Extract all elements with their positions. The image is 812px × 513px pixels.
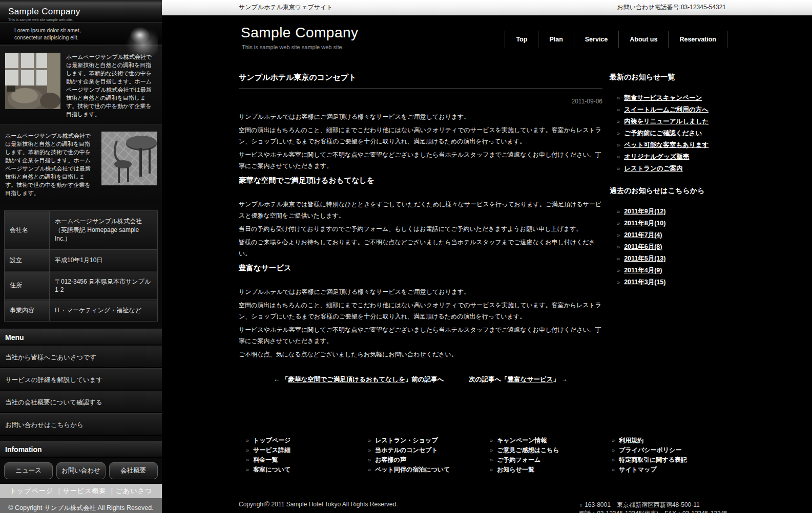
list-item: »2011年4月(9) bbox=[617, 267, 727, 274]
archive-link[interactable]: 2011年4月(9) bbox=[624, 267, 662, 274]
list-item: »特定商取引に関する表記 bbox=[612, 457, 726, 463]
footer-link[interactable]: サービス詳細 bbox=[253, 446, 290, 454]
footer: »トップページ »サービス詳細 »料金一覧 »客室について »レストラン・ショッ… bbox=[239, 437, 727, 513]
arrow-right-icon: » bbox=[490, 466, 493, 473]
news-link[interactable]: ご予約前にご確認ください bbox=[624, 130, 702, 137]
footer-link[interactable]: 特定商取引に関する表記 bbox=[619, 456, 687, 463]
archive-link[interactable]: 2011年9月(12) bbox=[624, 208, 665, 215]
section-heading-hospitality: 豪華な空間でご満足頂けるおもてなしを bbox=[239, 176, 602, 185]
sidebar-about-block-2: ホームページサンプル株式会社では最新技術と自然との調和を目指します。革新的な技術… bbox=[0, 124, 162, 203]
footer-link[interactable]: 当ホテルのコンセプト bbox=[375, 446, 438, 454]
article-paragraph: 当日の予約も受け付けておりますのでご予約フォーム、もしくはお電話にてご予約いただ… bbox=[239, 223, 602, 234]
footer-link[interactable]: ご意見ご感想はこちら bbox=[497, 446, 559, 454]
news-link[interactable]: 内装をリニューアルしました bbox=[624, 118, 709, 125]
footer-link[interactable]: キャンペーン情報 bbox=[497, 437, 547, 444]
next-arrow-icon: → bbox=[561, 376, 568, 383]
footer-link[interactable]: 客室について bbox=[253, 466, 290, 473]
contact-button[interactable]: お問い合わせ bbox=[56, 462, 105, 479]
list-item: »サービス詳細 bbox=[246, 447, 361, 453]
arrow-right-icon: » bbox=[617, 267, 620, 273]
sidebar-logo[interactable]: Sample Company This is sample web site s… bbox=[0, 0, 162, 22]
main-nav: Top Plan Service About us Reservation bbox=[505, 31, 727, 48]
news-link[interactable]: レストランのご案内 bbox=[624, 165, 683, 172]
list-item: »ご予約フォーム bbox=[490, 457, 605, 463]
article-paragraph: サービスやホテル客室に関してご不明な点やご要望などございましたら当ホテルスタッフ… bbox=[239, 149, 602, 172]
prev-bracket: 「 bbox=[282, 376, 288, 383]
site-tagline: This is sample web site sample web site. bbox=[242, 44, 344, 50]
news-link[interactable]: ペット可能な客室もあります bbox=[624, 141, 709, 148]
page-title: サンプルホテル東京のコンセプト bbox=[239, 73, 602, 82]
arrow-right-icon: » bbox=[612, 447, 615, 453]
company-name-value: ホームページサンプル株式会社 （英語表記 Homepage sample Inc… bbox=[50, 211, 158, 250]
list-item: »スイートルームご利用の方へ bbox=[617, 106, 727, 113]
footer-tel-fax: 電話：03-12345-12345(代表) FAX：03-12345-12345 bbox=[578, 509, 727, 513]
footer-copyright: Copyright© 2011 Sample Hotel Tokyo All R… bbox=[239, 501, 398, 513]
footer-bottom: Copyright© 2011 Sample Hotel Tokyo All R… bbox=[239, 501, 727, 513]
list-item: »お客様の声 bbox=[368, 457, 483, 463]
patio-table-photo bbox=[101, 132, 157, 185]
company-overview-button[interactable]: 会社概要 bbox=[109, 462, 158, 479]
list-item: »ペット同伴の宿泊について bbox=[368, 466, 483, 473]
nav-service[interactable]: Service bbox=[574, 31, 618, 48]
site-title[interactable]: Sample Company bbox=[241, 25, 359, 41]
next-article-link[interactable]: 豊富なサービス bbox=[508, 376, 553, 383]
footer-link[interactable]: サイトマップ bbox=[619, 466, 657, 473]
footer-link[interactable]: トップページ bbox=[253, 437, 290, 444]
prev-article-link[interactable]: 豪華な空間でご満足頂けるおもてなしを bbox=[288, 376, 405, 383]
list-item: »トップページ bbox=[246, 437, 361, 443]
sidebar-copyright: © Copyright サンプル株式会社 All Rights Reseved. bbox=[0, 498, 162, 513]
list-item: »当ホテルのコンセプト bbox=[368, 447, 483, 453]
footer-link[interactable]: ペット同伴の宿泊について bbox=[375, 466, 450, 473]
footer-link[interactable]: レストラン・ショップ bbox=[375, 437, 438, 444]
article-paragraph: サンプルホテル東京では皆様に特別なひとときをすごしていただくために様々なサービス… bbox=[239, 199, 602, 221]
article-paragraph: 空間の演出はもちろんのこと、細部にまでこだわり他にはない高いクオリティでのサービ… bbox=[239, 300, 602, 322]
archive-link[interactable]: 2011年3月(15) bbox=[624, 279, 665, 286]
table-row: 事業内容 IT・マーケティング・福祉など bbox=[5, 300, 158, 322]
archive-link[interactable]: 2011年7月(4) bbox=[624, 231, 662, 239]
company-founded-value: 平成10年1月10日 bbox=[50, 250, 158, 271]
footer-link[interactable]: お知らせ一覧 bbox=[497, 466, 534, 473]
site-header: Sample Company This is sample web site s… bbox=[162, 15, 812, 62]
arrow-right-icon: » bbox=[490, 447, 493, 453]
sidebar-bottom-nav[interactable]: トップページ ｜サービス概要 ｜ごあいさつ bbox=[0, 484, 162, 498]
sidebar-item-service[interactable]: サービスの詳細を解説しています bbox=[0, 368, 162, 391]
footer-column-2: »レストラン・ショップ »当ホテルのコンセプト »お客様の声 »ペット同伴の宿泊… bbox=[361, 437, 483, 476]
list-item: »2011年3月(15) bbox=[617, 279, 727, 286]
sidebar-logo-title: Sample Company bbox=[8, 7, 154, 17]
arrow-right-icon: » bbox=[617, 95, 620, 101]
footer-link[interactable]: お客様の声 bbox=[375, 456, 406, 463]
list-item: »2011年8月(10) bbox=[617, 220, 727, 227]
nav-top[interactable]: Top bbox=[505, 31, 538, 48]
sidebar-item-greeting[interactable]: 当社から皆様へごあいさつです bbox=[0, 346, 162, 368]
sidebar-item-company[interactable]: 当社の会社概要について確認する bbox=[0, 391, 162, 413]
nav-reservation[interactable]: Reservation bbox=[668, 31, 727, 48]
news-link[interactable]: オリジナルグッズ販売 bbox=[624, 153, 689, 160]
list-item: »料金一覧 bbox=[246, 457, 361, 463]
footer-link[interactable]: 料金一覧 bbox=[253, 456, 278, 463]
sidebar-item-contact[interactable]: お問い合わせはこちらから bbox=[0, 413, 162, 436]
list-item: »2011年6月(8) bbox=[617, 243, 727, 250]
archive-link[interactable]: 2011年8月(10) bbox=[624, 220, 665, 227]
archive-link[interactable]: 2011年5月(13) bbox=[624, 255, 665, 262]
nav-plan[interactable]: Plan bbox=[538, 31, 573, 48]
footer-address-block: 〒163-8001 東京都新宿区西新宿48-500-11 電話：03-12345… bbox=[578, 501, 727, 513]
footer-link[interactable]: プライバシーポリシー bbox=[619, 446, 681, 454]
post-navigation: ← 「豪華な空間でご満足頂けるおもてなしを」前の記事へ 次の記事へ「豊富なサービ… bbox=[239, 375, 602, 384]
nav-about-us[interactable]: About us bbox=[618, 31, 668, 48]
news-link[interactable]: 朝食サービスキャンペーン bbox=[624, 94, 702, 101]
arrow-right-icon: » bbox=[612, 437, 615, 443]
archive-link[interactable]: 2011年6月(8) bbox=[624, 243, 662, 250]
news-link[interactable]: スイートルームご利用の方へ bbox=[624, 106, 709, 113]
news-button[interactable]: ニュース bbox=[4, 462, 53, 479]
list-item: »ご予約前にご確認ください bbox=[617, 130, 727, 137]
window-chair-photo bbox=[5, 53, 60, 109]
news-list: »朝食サービスキャンペーン »スイートルームご利用の方へ »内装をリニューアルし… bbox=[610, 94, 727, 172]
arrow-right-icon: » bbox=[612, 466, 615, 473]
company-business-value: IT・マーケティング・福祉など bbox=[50, 300, 158, 322]
footer-link[interactable]: 利用規約 bbox=[619, 437, 643, 444]
arrow-right-icon: » bbox=[617, 208, 620, 215]
archive-heading: 過去のお知らせはこちらから bbox=[610, 186, 727, 196]
list-item: »2011年7月(4) bbox=[617, 231, 727, 239]
company-address-label: 住所 bbox=[5, 271, 50, 300]
footer-link[interactable]: ご予約フォーム bbox=[497, 456, 540, 463]
